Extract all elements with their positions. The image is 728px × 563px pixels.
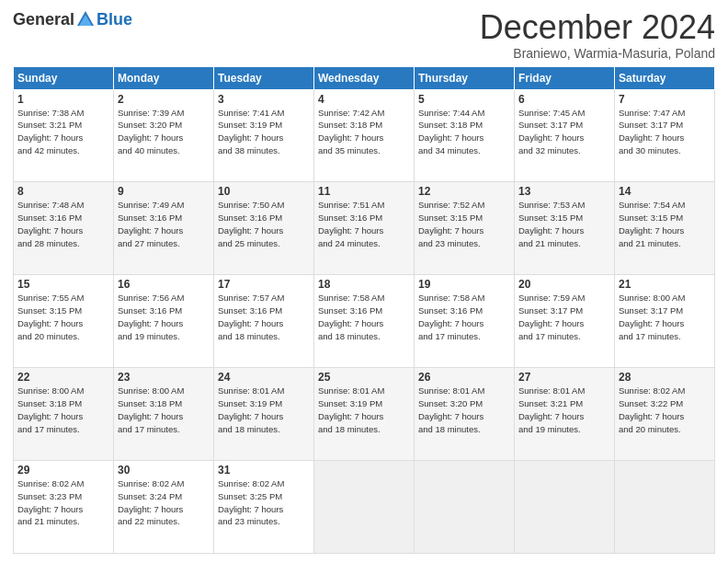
calendar-cell: 12Sunrise: 7:52 AMSunset: 3:15 PMDayligh… — [415, 182, 515, 275]
month-title: December 2024 — [480, 9, 715, 46]
day-info: Sunrise: 7:50 AMSunset: 3:16 PMDaylight:… — [218, 199, 310, 249]
calendar-cell: 30Sunrise: 8:02 AMSunset: 3:24 PMDayligh… — [114, 461, 214, 554]
day-number: 28 — [619, 371, 711, 384]
day-info: Sunrise: 7:55 AMSunset: 3:15 PMDaylight:… — [17, 292, 109, 342]
day-number: 29 — [17, 464, 109, 477]
day-number: 5 — [418, 93, 510, 106]
calendar-cell: 1Sunrise: 7:38 AMSunset: 3:21 PMDaylight… — [14, 89, 114, 182]
calendar-cell: 18Sunrise: 7:58 AMSunset: 3:16 PMDayligh… — [314, 275, 415, 368]
day-info: Sunrise: 7:39 AMSunset: 3:20 PMDaylight:… — [118, 107, 210, 157]
calendar-cell: 4Sunrise: 7:42 AMSunset: 3:18 PMDaylight… — [314, 89, 415, 182]
calendar-cell: 3Sunrise: 7:41 AMSunset: 3:19 PMDaylight… — [214, 89, 314, 182]
day-number: 7 — [619, 93, 711, 106]
day-info: Sunrise: 7:49 AMSunset: 3:16 PMDaylight:… — [118, 199, 210, 249]
logo-blue-text: Blue — [97, 10, 132, 29]
calendar-cell — [415, 461, 515, 554]
calendar-cell: 27Sunrise: 8:01 AMSunset: 3:21 PMDayligh… — [515, 368, 615, 461]
calendar-cell: 13Sunrise: 7:53 AMSunset: 3:15 PMDayligh… — [515, 182, 615, 275]
calendar-cell: 24Sunrise: 8:01 AMSunset: 3:19 PMDayligh… — [214, 368, 314, 461]
calendar-cell: 14Sunrise: 7:54 AMSunset: 3:15 PMDayligh… — [615, 182, 715, 275]
day-number: 18 — [318, 278, 410, 291]
calendar-body: 1Sunrise: 7:38 AMSunset: 3:21 PMDaylight… — [14, 89, 715, 553]
day-number: 4 — [318, 93, 410, 106]
page: General Blue December 2024 Braniewo, War… — [0, 0, 728, 563]
calendar-cell: 6Sunrise: 7:45 AMSunset: 3:17 PMDaylight… — [515, 89, 615, 182]
calendar-header-tuesday: Tuesday — [214, 66, 314, 89]
day-number: 31 — [218, 464, 310, 477]
day-number: 11 — [318, 185, 410, 198]
calendar-cell — [515, 461, 615, 554]
day-info: Sunrise: 7:44 AMSunset: 3:18 PMDaylight:… — [418, 107, 510, 157]
day-number: 20 — [518, 278, 610, 291]
day-number: 3 — [218, 93, 310, 106]
calendar-week-row: 29Sunrise: 8:02 AMSunset: 3:23 PMDayligh… — [14, 461, 715, 554]
calendar-header-thursday: Thursday — [415, 66, 515, 89]
calendar-week-row: 22Sunrise: 8:00 AMSunset: 3:18 PMDayligh… — [14, 368, 715, 461]
day-info: Sunrise: 7:54 AMSunset: 3:15 PMDaylight:… — [619, 199, 711, 249]
calendar-cell: 17Sunrise: 7:57 AMSunset: 3:16 PMDayligh… — [214, 275, 314, 368]
day-number: 15 — [17, 278, 109, 291]
calendar-week-row: 8Sunrise: 7:48 AMSunset: 3:16 PMDaylight… — [14, 182, 715, 275]
day-info: Sunrise: 7:59 AMSunset: 3:17 PMDaylight:… — [518, 292, 610, 342]
calendar-header-saturday: Saturday — [615, 66, 715, 89]
calendar: SundayMondayTuesdayWednesdayThursdayFrid… — [13, 66, 715, 554]
day-number: 22 — [17, 371, 109, 384]
calendar-header-monday: Monday — [114, 66, 214, 89]
title-block: December 2024 Braniewo, Warmia-Masuria, … — [480, 9, 715, 61]
day-info: Sunrise: 7:53 AMSunset: 3:15 PMDaylight:… — [518, 199, 610, 249]
day-number: 9 — [118, 185, 210, 198]
calendar-cell: 25Sunrise: 8:01 AMSunset: 3:19 PMDayligh… — [314, 368, 415, 461]
calendar-cell: 2Sunrise: 7:39 AMSunset: 3:20 PMDaylight… — [114, 89, 214, 182]
day-number: 10 — [218, 185, 310, 198]
calendar-cell: 19Sunrise: 7:58 AMSunset: 3:16 PMDayligh… — [415, 275, 515, 368]
calendar-week-row: 1Sunrise: 7:38 AMSunset: 3:21 PMDaylight… — [14, 89, 715, 182]
calendar-header-row: SundayMondayTuesdayWednesdayThursdayFrid… — [14, 66, 715, 89]
calendar-cell: 21Sunrise: 8:00 AMSunset: 3:17 PMDayligh… — [615, 275, 715, 368]
day-info: Sunrise: 8:01 AMSunset: 3:19 PMDaylight:… — [318, 385, 410, 435]
day-number: 2 — [118, 93, 210, 106]
day-number: 16 — [118, 278, 210, 291]
day-info: Sunrise: 8:00 AMSunset: 3:18 PMDaylight:… — [118, 385, 210, 435]
calendar-cell: 16Sunrise: 7:56 AMSunset: 3:16 PMDayligh… — [114, 275, 214, 368]
day-info: Sunrise: 8:02 AMSunset: 3:25 PMDaylight:… — [218, 477, 310, 528]
location: Braniewo, Warmia-Masuria, Poland — [480, 46, 715, 61]
day-info: Sunrise: 8:01 AMSunset: 3:21 PMDaylight:… — [518, 385, 610, 435]
calendar-cell: 9Sunrise: 7:49 AMSunset: 3:16 PMDaylight… — [114, 182, 214, 275]
day-number: 25 — [318, 371, 410, 384]
day-info: Sunrise: 7:57 AMSunset: 3:16 PMDaylight:… — [218, 292, 310, 342]
day-info: Sunrise: 7:41 AMSunset: 3:19 PMDaylight:… — [218, 107, 310, 157]
calendar-cell: 22Sunrise: 8:00 AMSunset: 3:18 PMDayligh… — [14, 368, 114, 461]
calendar-cell: 20Sunrise: 7:59 AMSunset: 3:17 PMDayligh… — [515, 275, 615, 368]
day-info: Sunrise: 7:58 AMSunset: 3:16 PMDaylight:… — [318, 292, 410, 342]
calendar-header-sunday: Sunday — [14, 66, 114, 89]
day-info: Sunrise: 7:45 AMSunset: 3:17 PMDaylight:… — [518, 107, 610, 157]
day-number: 12 — [418, 185, 510, 198]
calendar-cell: 26Sunrise: 8:01 AMSunset: 3:20 PMDayligh… — [415, 368, 515, 461]
calendar-cell — [615, 461, 715, 554]
day-number: 26 — [418, 371, 510, 384]
day-info: Sunrise: 7:38 AMSunset: 3:21 PMDaylight:… — [17, 107, 109, 157]
day-info: Sunrise: 7:51 AMSunset: 3:16 PMDaylight:… — [318, 199, 410, 249]
calendar-cell: 8Sunrise: 7:48 AMSunset: 3:16 PMDaylight… — [14, 182, 114, 275]
day-number: 17 — [218, 278, 310, 291]
calendar-header-friday: Friday — [515, 66, 615, 89]
day-number: 24 — [218, 371, 310, 384]
header: General Blue December 2024 Braniewo, War… — [13, 9, 715, 61]
day-number: 8 — [17, 185, 109, 198]
day-info: Sunrise: 8:00 AMSunset: 3:18 PMDaylight:… — [17, 385, 109, 435]
logo-icon — [75, 9, 96, 29]
day-number: 6 — [518, 93, 610, 106]
calendar-cell: 31Sunrise: 8:02 AMSunset: 3:25 PMDayligh… — [214, 461, 314, 554]
day-info: Sunrise: 8:01 AMSunset: 3:20 PMDaylight:… — [418, 385, 510, 435]
day-number: 23 — [118, 371, 210, 384]
day-info: Sunrise: 7:47 AMSunset: 3:17 PMDaylight:… — [619, 107, 711, 157]
day-info: Sunrise: 8:01 AMSunset: 3:19 PMDaylight:… — [218, 385, 310, 435]
day-info: Sunrise: 7:48 AMSunset: 3:16 PMDaylight:… — [17, 199, 109, 249]
day-number: 14 — [619, 185, 711, 198]
day-info: Sunrise: 7:58 AMSunset: 3:16 PMDaylight:… — [418, 292, 510, 342]
calendar-cell: 11Sunrise: 7:51 AMSunset: 3:16 PMDayligh… — [314, 182, 415, 275]
day-info: Sunrise: 8:00 AMSunset: 3:17 PMDaylight:… — [619, 292, 711, 342]
day-number: 27 — [518, 371, 610, 384]
calendar-cell: 10Sunrise: 7:50 AMSunset: 3:16 PMDayligh… — [214, 182, 314, 275]
calendar-header-wednesday: Wednesday — [314, 66, 415, 89]
